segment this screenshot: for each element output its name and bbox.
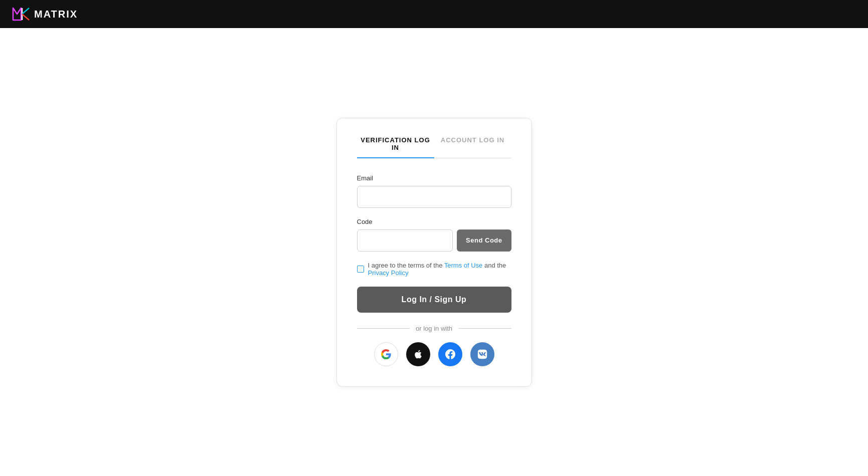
tab-verification-login[interactable]: VERIFICATION LOG IN	[357, 136, 434, 158]
divider-line-right	[458, 328, 511, 329]
apple-icon	[413, 349, 423, 359]
svg-marker-0	[13, 8, 21, 20]
google-icon	[381, 349, 392, 360]
terms-text: I agree to the terms of the Terms of Use…	[368, 262, 511, 277]
tab-bar: VERIFICATION LOG IN ACCOUNT LOG IN	[357, 136, 511, 158]
social-divider: or log in with	[357, 325, 511, 332]
logo[interactable]: MATRIX	[12, 5, 78, 23]
divider-line-left	[357, 328, 410, 329]
tab-account-login[interactable]: ACCOUNT LOG IN	[434, 136, 511, 158]
code-label: Code	[357, 218, 511, 225]
vk-icon	[477, 349, 488, 360]
code-row: Send Code	[357, 229, 511, 252]
email-field-group: Email	[357, 174, 511, 208]
svg-line-2	[22, 8, 29, 14]
email-label: Email	[357, 174, 511, 182]
apple-login-button[interactable]	[406, 342, 430, 366]
facebook-login-button[interactable]	[438, 342, 462, 366]
code-field-group: Code Send Code	[357, 218, 511, 252]
send-code-button[interactable]: Send Code	[457, 229, 511, 252]
terms-of-use-link[interactable]: Terms of Use	[444, 262, 483, 269]
social-icons	[357, 342, 511, 366]
login-signup-button[interactable]: Log In / Sign Up	[357, 287, 511, 313]
main-content: VERIFICATION LOG IN ACCOUNT LOG IN Email…	[0, 28, 868, 476]
logo-text: MATRIX	[34, 9, 78, 20]
terms-checkbox[interactable]	[357, 266, 364, 273]
svg-line-3	[22, 14, 29, 20]
privacy-policy-link[interactable]: Privacy Policy	[368, 269, 409, 277]
google-login-button[interactable]	[374, 342, 398, 366]
facebook-icon	[445, 349, 455, 359]
social-divider-text: or log in with	[416, 325, 452, 332]
navbar: MATRIX	[0, 0, 868, 28]
vk-login-button[interactable]	[470, 342, 494, 366]
logo-icon	[12, 5, 30, 23]
login-card: VERIFICATION LOG IN ACCOUNT LOG IN Email…	[336, 118, 532, 387]
code-input[interactable]	[357, 229, 453, 252]
terms-row: I agree to the terms of the Terms of Use…	[357, 262, 511, 277]
email-input[interactable]	[357, 186, 511, 208]
